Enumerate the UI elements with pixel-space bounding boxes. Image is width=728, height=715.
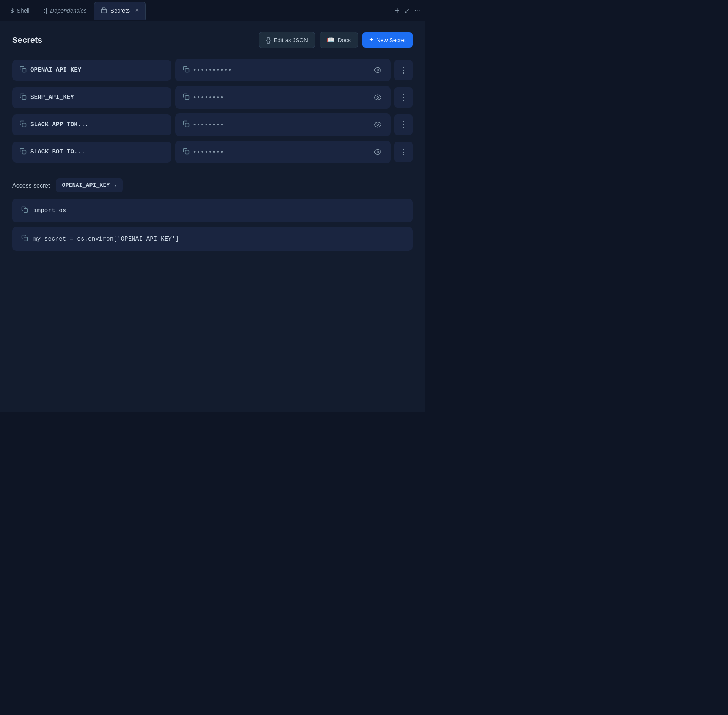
copy-value-icon-2[interactable] <box>183 120 190 130</box>
edit-json-button[interactable]: {} Edit as JSON <box>259 32 315 48</box>
access-section: Access secret OPENAI_API_KEY ▾ import os <box>12 178 413 251</box>
main-content: Secrets {} Edit as JSON 📖 Docs + New Sec… <box>0 21 425 412</box>
page-header: Secrets {} Edit as JSON 📖 Docs + New Sec… <box>12 32 413 48</box>
tab-shell-label: Shell <box>17 7 29 14</box>
tab-close-icon[interactable]: ✕ <box>135 8 139 13</box>
docs-button[interactable]: 📖 Docs <box>320 32 358 48</box>
svg-rect-2 <box>185 69 189 72</box>
svg-rect-14 <box>24 237 28 241</box>
copy-code-icon-1[interactable] <box>21 235 28 243</box>
secret-value-3: •••••••• <box>193 148 369 156</box>
toggle-visibility-1[interactable] <box>372 92 383 103</box>
lock-icon <box>100 6 107 14</box>
new-secret-button[interactable]: + New Secret <box>362 32 413 48</box>
access-secret-select[interactable]: OPENAI_API_KEY ▾ <box>56 178 123 192</box>
svg-rect-8 <box>185 123 189 127</box>
secret-value-cell-2: •••••••• <box>175 113 391 136</box>
secret-name-cell-1: SERP_API_KEY <box>12 87 171 108</box>
secret-name-1: SERP_API_KEY <box>30 94 74 101</box>
add-tab-button[interactable]: + <box>395 6 400 16</box>
book-icon: 📖 <box>327 36 335 44</box>
secret-value-0: •••••••••• <box>193 66 369 74</box>
copy-value-icon-3[interactable] <box>183 147 190 157</box>
svg-rect-1 <box>22 68 26 72</box>
secret-name-3: SLACK_BOT_TO... <box>30 149 85 155</box>
deps-icon: ⫶| <box>43 8 47 14</box>
svg-rect-5 <box>185 96 189 100</box>
edit-json-label: Edit as JSON <box>274 37 308 43</box>
more-tabs-button[interactable]: ··· <box>414 6 420 14</box>
terminal-icon: $ <box>11 7 14 14</box>
tab-secrets[interactable]: Secrets ✕ <box>94 2 146 20</box>
access-label-row: Access secret OPENAI_API_KEY ▾ <box>12 178 413 192</box>
new-secret-label: New Secret <box>376 37 406 43</box>
tab-dependencies[interactable]: ⫶| Dependencies <box>37 2 93 20</box>
tab-dependencies-label: Dependencies <box>50 7 86 14</box>
secret-name-cell-2: SLACK_APP_TOK... <box>12 114 171 135</box>
table-row: SLACK_BOT_TO... •••••••• ⋮ <box>12 141 413 163</box>
code-block-0: import os <box>12 199 413 222</box>
more-menu-1[interactable]: ⋮ <box>394 87 413 108</box>
selected-secret-label: OPENAI_API_KEY <box>62 182 110 189</box>
code-line-1: my_secret = os.environ['OPENAI_API_KEY'] <box>33 236 179 243</box>
tab-bar: $ Shell ⫶| Dependencies Secrets ✕ + ⤢ ··… <box>0 0 425 21</box>
copy-name-icon-2[interactable] <box>20 120 27 129</box>
table-row: OPENAI_API_KEY •••••••••• ⋮ <box>12 59 413 81</box>
access-label: Access secret <box>12 182 50 189</box>
svg-rect-11 <box>185 150 189 154</box>
table-row: SERP_API_KEY •••••••• ⋮ <box>12 86 413 109</box>
svg-point-9 <box>377 124 379 126</box>
tab-shell[interactable]: $ Shell <box>5 2 36 20</box>
secret-name-2: SLACK_APP_TOK... <box>30 121 89 128</box>
plus-icon: + <box>369 36 373 44</box>
secret-value-1: •••••••• <box>193 94 369 102</box>
tab-secrets-label: Secrets <box>110 7 130 14</box>
copy-name-icon-0[interactable] <box>20 66 27 75</box>
toggle-visibility-3[interactable] <box>372 147 383 157</box>
svg-rect-7 <box>22 123 26 127</box>
secret-name-0: OPENAI_API_KEY <box>30 67 81 74</box>
code-block-1: my_secret = os.environ['OPENAI_API_KEY'] <box>12 227 413 251</box>
copy-code-icon-0[interactable] <box>21 206 28 215</box>
page-title: Secrets <box>12 35 42 45</box>
copy-name-icon-3[interactable] <box>20 148 27 156</box>
docs-label: Docs <box>338 37 351 43</box>
secret-value-2: •••••••• <box>193 121 369 129</box>
copy-name-icon-1[interactable] <box>20 93 27 102</box>
secret-name-cell-0: OPENAI_API_KEY <box>12 60 171 81</box>
svg-rect-4 <box>22 95 26 99</box>
svg-point-3 <box>377 69 379 71</box>
more-menu-0[interactable]: ⋮ <box>394 60 413 80</box>
svg-point-12 <box>377 151 379 153</box>
secret-value-cell-1: •••••••• <box>175 86 391 109</box>
svg-rect-13 <box>24 209 28 213</box>
code-line-0: import os <box>33 207 66 214</box>
header-actions: {} Edit as JSON 📖 Docs + New Secret <box>259 32 413 48</box>
more-menu-3[interactable]: ⋮ <box>394 142 413 162</box>
svg-point-6 <box>377 97 379 99</box>
secrets-list: OPENAI_API_KEY •••••••••• ⋮ <box>12 59 413 163</box>
toggle-visibility-2[interactable] <box>372 119 383 130</box>
toggle-visibility-0[interactable] <box>372 65 383 75</box>
tab-bar-actions: + ⤢ ··· <box>395 6 420 16</box>
svg-rect-0 <box>102 9 107 13</box>
more-menu-2[interactable]: ⋮ <box>394 114 413 135</box>
secret-value-cell-3: •••••••• <box>175 141 391 163</box>
chevron-down-icon: ▾ <box>114 182 117 189</box>
expand-button[interactable]: ⤢ <box>404 6 410 15</box>
copy-value-icon-1[interactable] <box>183 92 190 102</box>
curly-braces-icon: {} <box>266 36 271 44</box>
secret-value-cell-0: •••••••••• <box>175 59 391 81</box>
svg-rect-10 <box>22 150 26 154</box>
table-row: SLACK_APP_TOK... •••••••• ⋮ <box>12 113 413 136</box>
secret-name-cell-3: SLACK_BOT_TO... <box>12 142 171 163</box>
copy-value-icon-0[interactable] <box>183 65 190 75</box>
